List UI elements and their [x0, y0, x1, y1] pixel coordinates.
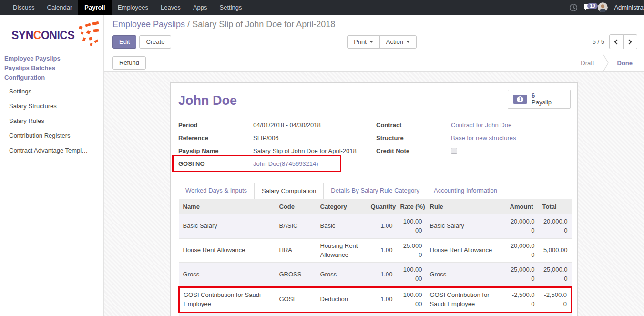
payslip-stat-button[interactable]: 6 Payslip [508, 90, 571, 109]
field-label-payslip-name: Payslip Name [178, 144, 248, 157]
breadcrumb: Employee Payslips / Salary Slip of John … [112, 20, 637, 30]
record-pager: 5 / 5 [593, 34, 637, 49]
table-row[interactable]: Basic SalaryBASICBasic1.00100.0000Basic … [179, 214, 572, 239]
column-header-total[interactable]: Total [539, 199, 572, 214]
table-row[interactable]: GOSI Company Contribution for Saudi Empl… [179, 312, 572, 316]
cell-category: Company Contribution [317, 312, 367, 316]
field-value-credit-note [446, 144, 570, 157]
menu-employees[interactable]: Employees [112, 0, 154, 15]
menu-settings[interactable]: Settings [214, 0, 248, 15]
cell-quantity: 1.00 [367, 312, 397, 316]
top-navbar: DiscussCalendarPayrollEmployeesLeavesApp… [0, 0, 644, 15]
cell-rate: 25.0000 [397, 238, 426, 263]
activity-clock-icon[interactable] [569, 3, 578, 12]
column-header-name[interactable]: Name [179, 199, 276, 214]
cell-total: 25,000.00 [539, 263, 572, 287]
create-button[interactable]: Create [139, 35, 171, 49]
cell-name: Gross [179, 263, 276, 287]
print-action-group: Print Action [347, 35, 417, 49]
field-label-structure: Structure [376, 132, 446, 144]
status-draft[interactable]: Draft [572, 60, 603, 67]
cell-category: Housing Rent Allowance [317, 238, 367, 263]
field-row-gosi-no: GOSI NOJohn Doe(8745693214) [178, 157, 376, 170]
print-dropdown-button[interactable]: Print [347, 35, 380, 49]
field-group-right: ContractContract for John DoeStructureBa… [376, 119, 570, 170]
cell-name: Basic Salary [179, 214, 276, 239]
sidebar-primary-menu: Employee PayslipsPayslips BatchesConfigu… [0, 54, 103, 82]
cell-amount: 20,000.00 [506, 214, 539, 239]
cell-total: 5,000.00 [539, 238, 572, 263]
pager-next-button[interactable] [623, 34, 637, 49]
menu-apps[interactable]: Apps [187, 0, 214, 15]
menu-discuss[interactable]: Discuss [7, 0, 41, 15]
contract-link[interactable]: Contract for John Doe [451, 122, 511, 129]
sidebar-item-contract-advantage-templ[interactable]: Contract Advantage Templ… [0, 144, 103, 156]
field-row-payslip-name: Payslip NameSalary Slip of John Doe for … [178, 144, 376, 157]
table-row[interactable]: GOSI Contribution for Saudi EmployeeGOSI… [179, 287, 572, 313]
tab-details-by-salary-rule-category[interactable]: Details By Salary Rule Category [324, 183, 427, 199]
cell-name: GOSI Contribution for Saudi Employee [179, 287, 276, 313]
column-header-rate[interactable]: Rate (%) [397, 199, 426, 214]
sidebar-item-payslips-batches[interactable]: Payslips Batches [0, 63, 103, 73]
sidebar-item-configuration[interactable]: Configuration [0, 73, 103, 82]
cell-rule: Gross [426, 263, 506, 287]
cell-name: House Rent Allowance [179, 238, 276, 263]
table-row[interactable]: House Rent AllowanceHRAHousing Rent Allo… [179, 238, 572, 263]
structure-link[interactable]: Base for new structures [451, 134, 516, 142]
sidebar-item-settings[interactable]: Settings [0, 85, 103, 97]
cell-rule: House Rent Allowance [426, 238, 506, 263]
pager-previous-button[interactable] [609, 34, 624, 49]
payslip-count-label: Payslip [532, 99, 552, 106]
sidebar-item-salary-structures[interactable]: Salary Structures [0, 100, 103, 112]
credit-note-checkbox[interactable] [451, 148, 457, 154]
messages-icon[interactable]: 10 [584, 4, 592, 11]
sidebar-item-salary-rules[interactable]: Salary Rules [0, 115, 103, 127]
cell-name: GOSI Company Contribution for Saudi Empl… [179, 312, 276, 316]
column-header-rule[interactable]: Rule [426, 199, 506, 214]
menu-leaves[interactable]: Leaves [154, 0, 187, 15]
cell-rate: 100.0000 [397, 312, 426, 316]
action-dropdown-button[interactable]: Action [379, 35, 417, 49]
sidebar-item-employee-payslips[interactable]: Employee Payslips [0, 54, 103, 63]
cell-total: -2,500.00 [539, 287, 572, 313]
column-header-quantity[interactable]: Quantity [367, 199, 397, 214]
table-row[interactable]: GrossGROSSGross1.00100.0000Gross25,000.0… [179, 263, 572, 287]
user-name[interactable]: Administrator [614, 4, 644, 11]
tab-accounting-information[interactable]: Accounting Information [427, 183, 504, 199]
sidebar-item-contribution-registers[interactable]: Contribution Registers [0, 130, 103, 142]
user-avatar[interactable] [598, 2, 608, 12]
edit-button[interactable]: Edit [112, 35, 136, 49]
menu-calendar[interactable]: Calendar [41, 0, 79, 15]
gosi-no-link[interactable]: John Doe(8745693214) [253, 160, 318, 167]
tab-worked-days-inputs[interactable]: Worked Days & Inputs [178, 183, 254, 199]
field-value-reference: SLIP/006 [248, 132, 376, 144]
field-value-gosi-no: John Doe(8745693214) [248, 157, 376, 170]
refund-button[interactable]: Refund [112, 56, 146, 70]
cell-code: GOSI [276, 287, 317, 313]
field-row-contract: ContractContract for John Doe [376, 119, 570, 132]
cell-total: -3,000.00 [539, 312, 572, 316]
table-header-row: NameCodeCategoryQuantityRate (%)RuleAmou… [179, 199, 572, 214]
tab-salary-computation[interactable]: Salary Computation [254, 183, 324, 199]
cell-total: 20,000.00 [539, 214, 572, 239]
column-header-category[interactable]: Category [317, 199, 367, 214]
cell-rate: 100.0000 [397, 263, 426, 287]
field-label-credit-note: Credit Note [376, 144, 446, 157]
column-header-amount[interactable]: Amount [506, 199, 539, 214]
pager-count: 5 / 5 [593, 38, 604, 45]
form-view-background: 6 Payslip John Doe Period04/01/2018 - 04… [104, 72, 644, 316]
field-group-left: Period04/01/2018 - 04/30/2018ReferenceSL… [178, 119, 376, 170]
cell-rule: GOSI Contribution for Saudi Employee [426, 287, 506, 313]
status-done[interactable]: Done [609, 60, 642, 67]
column-header-code[interactable]: Code [276, 199, 317, 214]
status-arrow-icon [603, 54, 609, 71]
messages-count-badge[interactable]: 10 [587, 3, 597, 9]
cell-amount: -3,000.00 [506, 312, 539, 316]
cell-category: Deduction [317, 287, 367, 313]
cell-code: HRA [276, 238, 317, 263]
status-states: DraftDone [572, 54, 641, 71]
field-row-reference: ReferenceSLIP/006 [178, 132, 376, 144]
breadcrumb-parent-link[interactable]: Employee Payslips [112, 20, 185, 29]
menu-payroll[interactable]: Payroll [78, 0, 111, 15]
cell-amount: 25,000.00 [506, 263, 539, 287]
